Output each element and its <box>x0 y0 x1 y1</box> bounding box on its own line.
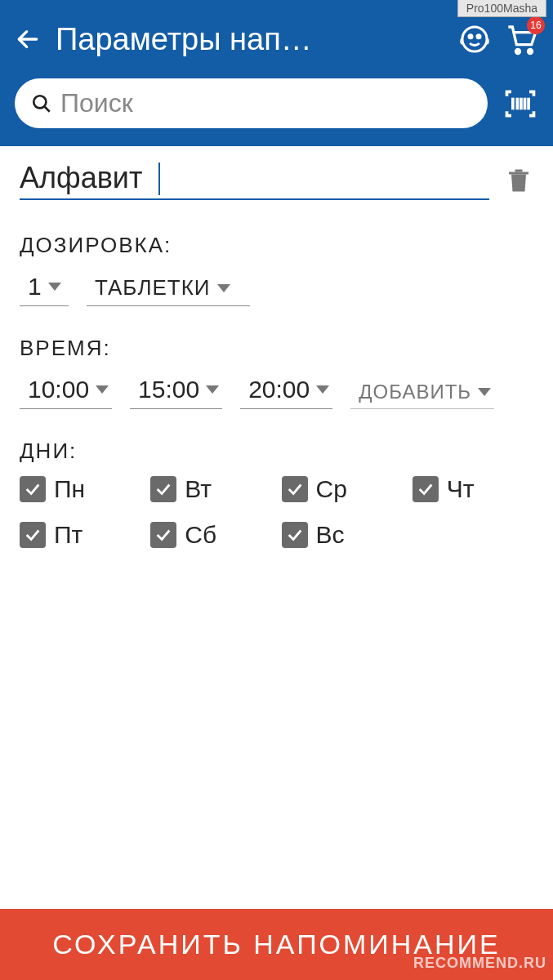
medicine-name-field[interactable] <box>20 161 489 200</box>
barcode-scan-icon[interactable] <box>502 86 538 122</box>
days-grid: Пн Вт Ср Чт Пт Сб Вс <box>20 475 533 549</box>
watermark-site: RECOMMEND.RU <box>413 955 546 972</box>
dosage-qty-value: 1 <box>28 273 42 301</box>
time-value: 15:00 <box>138 376 199 403</box>
back-arrow-icon[interactable] <box>15 26 41 52</box>
day-label: Пт <box>54 521 83 549</box>
day-checkbox-tue[interactable]: Вт <box>150 475 271 503</box>
support-icon[interactable] <box>458 23 491 56</box>
watermark-user: Pro100Masha <box>457 0 546 17</box>
day-label: Сб <box>185 521 216 549</box>
days-label: ДНИ: <box>20 439 533 464</box>
chevron-down-icon <box>217 284 230 292</box>
add-time-button[interactable]: ДОБАВИТЬ <box>350 377 494 409</box>
chevron-down-icon <box>96 385 109 394</box>
time-value: 20:00 <box>248 376 310 403</box>
time-select-1[interactable]: 15:00 <box>130 372 222 409</box>
checkbox-icon <box>282 476 308 502</box>
day-checkbox-mon[interactable]: Пн <box>20 475 140 503</box>
chevron-down-icon <box>206 385 219 394</box>
svg-point-1 <box>462 27 487 51</box>
svg-point-6 <box>33 96 46 108</box>
chevron-down-icon <box>316 385 329 394</box>
search-bar[interactable] <box>15 78 488 128</box>
checkbox-icon <box>20 522 46 548</box>
svg-line-7 <box>44 106 50 112</box>
dosage-unit-value: ТАБЛЕТКИ <box>95 275 211 301</box>
checkbox-icon <box>20 476 46 502</box>
day-label: Вт <box>185 475 212 503</box>
medicine-name-input[interactable] <box>20 161 489 195</box>
dosage-unit-select[interactable]: ТАБЛЕТКИ <box>87 272 250 306</box>
chevron-down-icon <box>48 283 61 291</box>
day-checkbox-wed[interactable]: Ср <box>282 475 403 503</box>
dosage-qty-select[interactable]: 1 <box>20 270 69 306</box>
day-label: Ср <box>316 475 347 503</box>
day-checkbox-sun[interactable]: Вс <box>282 521 403 549</box>
checkbox-icon <box>282 522 308 548</box>
day-label: Пн <box>54 475 85 503</box>
checkbox-icon <box>150 522 176 548</box>
time-select-0[interactable]: 10:00 <box>20 372 112 409</box>
search-icon <box>31 93 52 114</box>
time-value: 10:00 <box>28 376 89 403</box>
search-input[interactable] <box>60 88 471 118</box>
time-label: ВРЕМЯ: <box>20 336 533 361</box>
svg-point-5 <box>528 50 533 54</box>
day-label: Чт <box>447 475 475 503</box>
checkbox-icon <box>150 476 176 502</box>
dosage-label: ДОЗИРОВКА: <box>20 233 533 258</box>
reminder-form: ДОЗИРОВКА: 1 ТАБЛЕТКИ ВРЕМЯ: 10:00 15:00… <box>0 146 553 564</box>
day-label: Вс <box>316 521 345 549</box>
add-time-label: ДОБАВИТЬ <box>359 381 471 403</box>
delete-icon[interactable] <box>504 164 533 197</box>
cart-button[interactable]: 16 <box>506 23 538 56</box>
day-checkbox-fri[interactable]: Пт <box>20 521 140 549</box>
time-select-2[interactable]: 20:00 <box>240 372 332 409</box>
svg-point-2 <box>469 35 472 38</box>
day-checkbox-sat[interactable]: Сб <box>150 521 271 549</box>
svg-point-3 <box>477 35 480 38</box>
cart-badge: 16 <box>527 16 545 34</box>
page-title: Параметры нап… <box>56 22 444 57</box>
text-cursor <box>158 163 160 195</box>
app-header: Параметры нап… 16 <box>0 0 553 146</box>
chevron-down-icon <box>478 388 491 396</box>
svg-point-4 <box>516 50 520 54</box>
day-checkbox-thu[interactable]: Чт <box>413 475 533 503</box>
checkbox-icon <box>413 476 439 502</box>
